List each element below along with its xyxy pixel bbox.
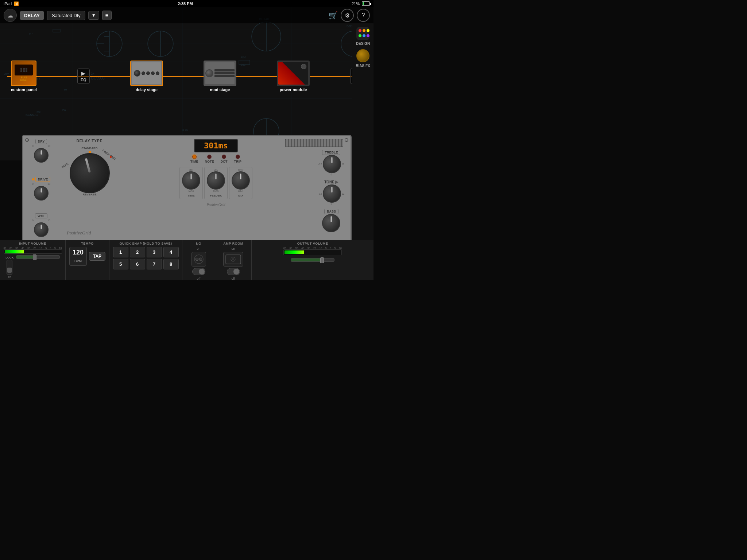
brand-watermark: PositiveGrid xyxy=(67,230,91,236)
output-meter-scale: 0060504030201050510 xyxy=(283,247,342,249)
brand-text: PositiveGrid xyxy=(206,203,225,207)
svg-point-40 xyxy=(199,258,202,261)
chain-module-power-module[interactable]: power module xyxy=(277,61,310,92)
time-indicator xyxy=(192,155,197,159)
tempo-row: 120 BPM TAP xyxy=(69,247,105,266)
treble-knob[interactable] xyxy=(323,155,341,173)
tone-section: TONE ▶ -12 12 0 xyxy=(318,179,345,205)
input-meter-scale: 0060504030201050510 xyxy=(4,247,62,249)
dot-orange xyxy=(363,29,365,32)
snap-1[interactable]: 1 xyxy=(113,247,128,257)
time-mode-label: TIME xyxy=(190,160,198,163)
dry-knob[interactable] xyxy=(34,148,49,163)
bass-section: BASS xyxy=(322,209,340,232)
delay-type-section: DELAY TYPE STANDARD PINGPONG REVERSE TAP… xyxy=(59,136,120,240)
bias-fx-label: BIAS FX xyxy=(356,64,370,68)
drive-indicator xyxy=(32,178,34,180)
battery-percent: 21% xyxy=(352,1,360,6)
svg-point-39 xyxy=(196,258,198,261)
wet-label: WET xyxy=(35,213,47,218)
mode-note[interactable]: NOTE xyxy=(205,155,214,163)
time-display: 301ms xyxy=(194,139,238,152)
signal-chain: ▶ BIASPEDAL custom panel xyxy=(0,23,374,129)
amp-room-label: AMP ROOM xyxy=(223,242,243,245)
feedbk-min-knob[interactable] xyxy=(207,171,225,190)
mode-buttons-row: TIME NOTE DOT TRIP xyxy=(190,155,241,163)
input-slider xyxy=(16,255,60,259)
bpm-label: BPM xyxy=(74,259,82,263)
svg-point-44 xyxy=(232,258,234,260)
design-dots-grid xyxy=(356,27,369,40)
mode-time[interactable]: TIME xyxy=(190,155,198,163)
logo-icon: ☁ xyxy=(7,12,13,19)
delay-type-label: DELAY TYPE xyxy=(77,139,103,143)
help-button[interactable]: ? xyxy=(357,9,370,22)
snap-6[interactable]: 6 xyxy=(130,259,145,269)
ng-toggle[interactable] xyxy=(192,268,205,275)
wet-knob[interactable] xyxy=(34,222,49,237)
toolbar: ☁ DELAY Saturated Dly ▼ ≡ 🛒 ⚙ ? xyxy=(0,7,374,23)
snap-7[interactable]: 7 xyxy=(147,259,162,269)
chain-module-delay-stage[interactable]: delay stage xyxy=(130,61,163,92)
snap-5[interactable]: 5 xyxy=(113,259,128,269)
output-slider[interactable] xyxy=(291,258,334,262)
amp-room-control: on off xyxy=(223,247,243,280)
ng-off-label: off xyxy=(197,277,201,280)
mode-trip[interactable]: TRIP xyxy=(234,155,242,163)
input-volume-section: INPUT VOLUME 0060504030201050510 LOCK of… xyxy=(0,240,66,280)
status-right: 21% xyxy=(352,1,370,6)
preset-dropdown[interactable]: ▼ xyxy=(88,11,99,20)
snap-2[interactable]: 2 xyxy=(130,247,145,257)
feedbk-group-label: FEEDBK xyxy=(207,193,225,197)
chain-module-eq1[interactable]: ▶ EQ xyxy=(77,69,90,84)
lock-slider[interactable] xyxy=(7,260,12,275)
snap-8[interactable]: 8 xyxy=(163,259,179,269)
lock-thumb xyxy=(7,268,12,273)
amp-room-on-label: on xyxy=(231,247,235,250)
snap-4[interactable]: 4 xyxy=(163,247,179,257)
cart-icon[interactable]: 🛒 xyxy=(329,11,338,20)
amp-room-svg xyxy=(225,253,241,266)
ng-graphic xyxy=(191,252,206,267)
amp-room-toggle[interactable] xyxy=(227,268,240,275)
tap-button[interactable]: TAP xyxy=(89,252,105,261)
amp-room-section: AMP ROOM on off xyxy=(215,240,252,280)
delay-button[interactable]: DELAY xyxy=(20,11,44,20)
preset-name: Saturated Dly xyxy=(47,11,85,20)
mix-dry-knob[interactable] xyxy=(232,171,250,190)
wet-section: WET 010 xyxy=(32,213,50,237)
tempo-bpm-value: 120 xyxy=(73,249,84,256)
delay-unit-inner: DRY 010 DRIVE 010 WET xyxy=(23,136,351,240)
drive-label: DRIVE xyxy=(35,177,51,182)
output-meter-fill xyxy=(285,250,304,254)
lock-label: LOCK xyxy=(5,256,14,259)
tone-knob[interactable] xyxy=(323,184,341,203)
bottom-bar: INPUT VOLUME 0060504030201050510 LOCK of… xyxy=(0,240,374,280)
right-panel: DESIGN BIAS FX xyxy=(352,23,374,271)
input-volume-meter xyxy=(4,249,62,254)
menu-button[interactable]: ≡ xyxy=(102,11,112,20)
dot-yellow xyxy=(367,29,369,32)
drive-knob[interactable] xyxy=(34,186,49,201)
treble-section: TREBLE -12 12 0 xyxy=(318,150,345,176)
delay-center-controls: 301ms TIME NOTE DOT TRIP xyxy=(120,136,312,240)
trip-mode-label: TRIP xyxy=(234,160,242,163)
bass-knob[interactable] xyxy=(322,214,340,232)
tempo-display-group: 120 BPM xyxy=(69,247,87,266)
drive-section: DRIVE 010 xyxy=(32,177,51,201)
time-min-knob[interactable] xyxy=(182,171,200,190)
chain-module-mod-stage[interactable]: mod stage xyxy=(204,61,236,92)
ng-control: on off xyxy=(191,247,206,280)
design-button[interactable]: DESIGN xyxy=(356,27,370,46)
mod-stage-label: mod stage xyxy=(210,88,230,92)
settings-button[interactable]: ⚙ xyxy=(341,9,354,22)
app-logo[interactable]: ☁ xyxy=(4,9,17,22)
delay-type-rotary[interactable] xyxy=(70,153,110,193)
delay-stage-label: delay stage xyxy=(136,88,158,92)
snap-3[interactable]: 3 xyxy=(147,247,162,257)
bias-fx-button[interactable]: BIAS FX xyxy=(356,49,370,68)
output-volume-section: OUTPUT VOLUME 0060504030201050510 xyxy=(252,240,374,280)
mode-dot[interactable]: DOT xyxy=(221,155,228,163)
dot-blue xyxy=(363,34,365,37)
chain-module-custom-panel[interactable]: BIASPEDAL custom panel xyxy=(11,61,37,92)
